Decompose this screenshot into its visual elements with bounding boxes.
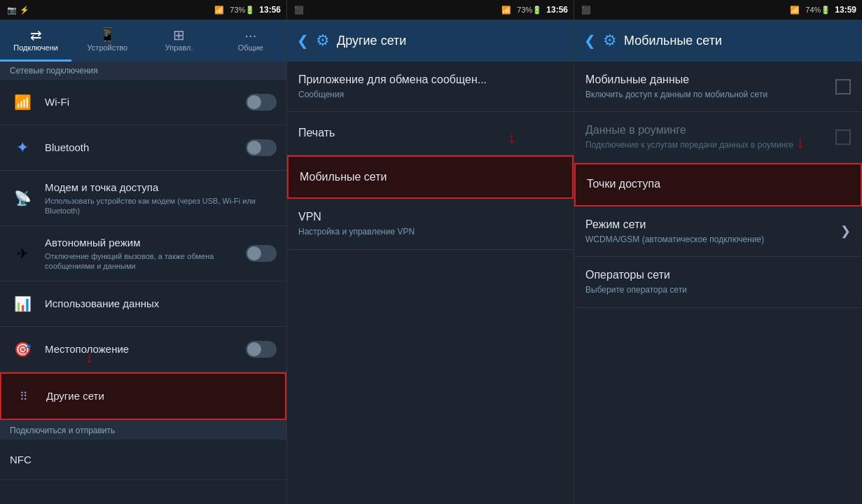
messaging-text: Приложение для обмена сообщен... Сообщен… <box>298 73 562 100</box>
airplane-toggle[interactable] <box>246 245 277 262</box>
status-bar-left-2: ⬛ <box>293 6 305 15</box>
page-item-network-operators[interactable]: Операторы сети Выберите оператора сети <box>574 257 862 307</box>
wifi-toggle[interactable] <box>246 94 277 111</box>
status-bar-left-1: 📷 ⚡ <box>6 6 31 15</box>
page-item-messaging[interactable]: Приложение для обмена сообщен... Сообщен… <box>287 62 573 112</box>
bluetooth-toggle-knob <box>247 141 261 155</box>
airplane-icon: ✈ <box>10 241 35 266</box>
bluetooth-title: Bluetooth <box>45 141 246 155</box>
settings-icon-2: ⚙ <box>316 31 330 50</box>
print-text: Печать <box>298 126 562 141</box>
page-title-3: Мобильные сети <box>624 34 722 48</box>
general-icon: ··· <box>245 28 257 42</box>
mobile-networks-text: Мобильные сети <box>300 170 561 185</box>
page-item-mobile-networks[interactable]: ↓ Мобильные сети <box>287 155 573 199</box>
airplane-title: Автономный режим <box>45 236 246 250</box>
bottom-section-label: Подключиться и отправить <box>10 426 115 435</box>
mobile-data-text: Мобильные данные Включить доступ к данны… <box>585 73 835 100</box>
other-networks-title: Другие сети <box>46 389 275 403</box>
network-operators-subtitle: Выберите оператора сети <box>585 285 851 296</box>
wifi-icon: 📶 <box>10 90 35 115</box>
page-item-network-mode[interactable]: Режим сети WCDMA/GSM (автоматическое под… <box>574 206 862 257</box>
network-mode-subtitle: WCDMA/GSM (автоматическое подключение) <box>585 234 840 246</box>
bluetooth-toggle[interactable] <box>246 139 277 156</box>
network-mode-chevron: ❯ <box>840 223 851 239</box>
page-item-print[interactable]: Печать <box>287 112 573 155</box>
location-toggle-knob <box>247 342 261 356</box>
back-button-3[interactable]: ❮ <box>584 32 596 49</box>
settings-item-location[interactable]: 🎯 Местоположение <box>0 327 286 372</box>
flash-icon: ⚡ <box>20 6 29 15</box>
tab-connections-label: Подключени <box>13 43 58 52</box>
other-networks-text: Другие сети <box>46 389 275 403</box>
tab-general-label: Общие <box>238 43 263 52</box>
time-2: 13:56 <box>546 5 568 15</box>
back-button-2[interactable]: ❮ <box>297 32 309 49</box>
vpn-title: VPN <box>298 210 562 225</box>
mobile-data-checkbox[interactable] <box>835 79 851 94</box>
status-bar-1: 📷 ⚡ 📶 73%🔋 13:56 <box>0 0 286 20</box>
time-3: 13:59 <box>835 5 856 15</box>
network-operators-text: Операторы сети Выберите оператора сети <box>585 268 851 295</box>
settings-item-nfc[interactable]: NFC <box>0 440 286 480</box>
print-title: Печать <box>298 126 562 141</box>
tab-device[interactable]: 📱 Устройство <box>71 20 143 62</box>
page-content-2: Приложение для обмена сообщен... Сообщен… <box>287 62 573 504</box>
data-usage-icon: 📊 <box>10 291 35 316</box>
airplane-text: Автономный режим Отключение функций вызо… <box>45 236 246 271</box>
red-arrow-2: ↓ <box>508 127 516 147</box>
vpn-text: VPN Настройка и управление VPN <box>298 210 562 237</box>
settings-item-wifi[interactable]: 📶 Wi-Fi <box>0 80 286 125</box>
settings-item-data-usage[interactable]: 📊 Использование данных <box>0 281 286 327</box>
wifi-title: Wi-Fi <box>45 95 246 109</box>
tab-device-label: Устройство <box>88 43 128 52</box>
mobile-data-subtitle: Включить доступ к данным по мобильной се… <box>585 90 835 101</box>
modem-text: Модем и точка доступа Использовать устро… <box>45 181 277 216</box>
bluetooth-icon: ✦ <box>10 135 35 160</box>
data-usage-title: Использование данных <box>45 297 277 311</box>
page-item-mobile-data[interactable]: Мобильные данные Включить доступ к данны… <box>574 62 862 112</box>
access-points-text: Точки доступа <box>587 177 849 192</box>
mobile-data-title: Мобильные данные <box>585 73 835 88</box>
status-bar-2: ⬛ 📶 73%🔋 13:56 <box>287 0 573 20</box>
tab-controls[interactable]: ⊞ Управл. <box>144 20 215 62</box>
network-mode-text: Режим сети WCDMA/GSM (автоматическое под… <box>585 218 840 245</box>
page-title-2: Другие сети <box>337 34 406 48</box>
access-points-title: Точки доступа <box>587 177 849 192</box>
tab-controls-label: Управл. <box>165 43 193 52</box>
page-item-roaming[interactable]: Данные в роуминге Подключение к услугам … <box>574 112 862 162</box>
panel-mobile-networks: ⬛ 📶 74%🔋 13:59 ❮ ⚙ Мобильные сети Мобиль… <box>574 0 862 504</box>
page-item-access-points[interactable]: ↓ Точки доступа <box>574 163 862 206</box>
other-networks-icon: ⠿ <box>11 384 36 409</box>
airplane-toggle-knob <box>247 246 261 260</box>
settings-item-modem[interactable]: 📡 Модем и точка доступа Использовать уст… <box>0 171 286 226</box>
time-1: 13:56 <box>259 5 281 15</box>
settings-list-1: 📶 Wi-Fi ✦ Bluetooth 📡 Модем и точка дост… <box>0 80 286 504</box>
bottom-section-header: Подключиться и отправить <box>0 420 286 440</box>
mobile-networks-title: Мобильные сети <box>300 170 561 185</box>
settings-icon-3: ⚙ <box>603 31 617 50</box>
panel-other-networks: ⬛ 📶 73%🔋 13:56 ❮ ⚙ Другие сети Приложени… <box>287 0 574 504</box>
controls-icon: ⊞ <box>173 28 185 42</box>
airplane-subtitle: Отключение функций вызовов, а также обме… <box>45 251 246 272</box>
page-item-vpn[interactable]: VPN Настройка и управление VPN <box>287 199 573 249</box>
settings-item-bluetooth[interactable]: ✦ Bluetooth <box>0 125 286 171</box>
modem-subtitle: Использовать устройство как модем (через… <box>45 196 277 216</box>
battery-icon-3: 74%🔋 <box>805 6 830 15</box>
status-bar-left-3: ⬛ <box>580 6 592 15</box>
network-mode-title: Режим сети <box>585 218 840 232</box>
tab-general[interactable]: ··· Общие <box>215 20 286 62</box>
settings-item-airplane[interactable]: ✈ Автономный режим Отключение функций вы… <box>0 226 286 281</box>
location-toggle[interactable] <box>246 341 277 358</box>
modem-icon: 📡 <box>10 186 35 211</box>
location-title: Местоположение <box>45 342 246 356</box>
tab-connections[interactable]: ⇄ Подключени <box>0 20 71 62</box>
nfc-title: NFC <box>10 453 277 467</box>
network-operators-title: Операторы сети <box>585 268 851 283</box>
bluetooth-text: Bluetooth <box>45 141 246 155</box>
nfc-text: NFC <box>10 453 277 467</box>
roaming-checkbox[interactable] <box>835 130 851 145</box>
modem-title: Модем и точка доступа <box>45 181 277 195</box>
messaging-title: Приложение для обмена сообщен... <box>298 73 562 88</box>
settings-item-other-networks[interactable]: ↓ ⠿ Другие сети <box>0 372 286 420</box>
